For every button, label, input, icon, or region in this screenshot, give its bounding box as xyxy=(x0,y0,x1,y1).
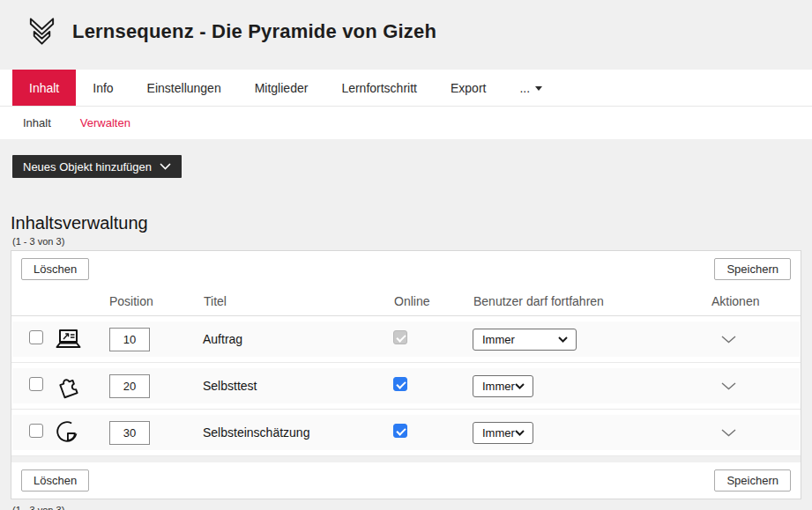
tab-mitglieder[interactable]: Mitglieder xyxy=(238,70,325,106)
content-table-panel: Löschen Speichern Position Titel Online … xyxy=(11,250,801,499)
page-header: Lernsequenz - Die Pyramide von Gizeh xyxy=(0,0,812,70)
learning-sequence-icon xyxy=(26,15,57,48)
chevron-down-icon xyxy=(160,163,171,170)
row-actions-chevron-icon[interactable] xyxy=(716,425,741,440)
column-header-position: Position xyxy=(95,294,180,308)
item-title: Selbsttest xyxy=(203,379,257,393)
online-checkbox[interactable] xyxy=(393,377,407,391)
column-header-aktionen: Aktionen xyxy=(711,294,801,308)
select-caret-icon xyxy=(515,383,525,389)
position-input[interactable] xyxy=(109,374,150,398)
column-header-proceed: Benutzer darf fortfahren xyxy=(471,294,711,308)
test-icon xyxy=(54,372,94,400)
tab-inhalt[interactable]: Inhalt xyxy=(12,70,76,106)
column-header-online: Online xyxy=(391,294,471,308)
save-button-bottom[interactable]: Speichern xyxy=(714,469,791,492)
item-title: Auftrag xyxy=(203,332,242,346)
delete-button-bottom[interactable]: Löschen xyxy=(21,469,89,492)
select-caret-icon xyxy=(558,336,568,343)
survey-icon xyxy=(54,419,94,446)
table-row: Selbsteinschätzung Immer xyxy=(11,410,801,456)
caret-down-icon xyxy=(535,86,542,91)
row-select-checkbox[interactable] xyxy=(29,330,43,344)
tab-export[interactable]: Export xyxy=(434,70,503,106)
tab-info[interactable]: Info xyxy=(76,70,130,106)
table-header-row: Position Titel Online Benutzer darf fort… xyxy=(11,287,801,316)
exercise-icon xyxy=(54,329,94,350)
position-input[interactable] xyxy=(109,328,150,351)
main-tabbar: Inhalt Info Einstellungen Mitglieder Ler… xyxy=(0,70,812,107)
row-actions-chevron-icon[interactable] xyxy=(716,332,741,347)
range-info-top: (1 - 3 von 3) xyxy=(12,236,812,247)
table-actions-top: Löschen Speichern xyxy=(11,251,801,287)
table-row: Selbsttest Immer xyxy=(11,363,801,410)
save-button-top[interactable]: Speichern xyxy=(714,258,791,280)
page-title: Lernsequenz - Die Pyramide von Gizeh xyxy=(72,20,436,43)
proceed-select[interactable]: Immer xyxy=(473,375,533,397)
tab-einstellungen[interactable]: Einstellungen xyxy=(130,70,238,106)
subtab-inhalt[interactable]: Inhalt xyxy=(23,116,51,129)
row-actions-chevron-icon[interactable] xyxy=(716,379,741,394)
table-row: Auftrag Immer xyxy=(11,316,801,363)
item-title: Selbsteinschätzung xyxy=(203,425,309,440)
table-footer-separator xyxy=(11,456,801,462)
online-checkbox xyxy=(393,330,407,344)
online-checkbox[interactable] xyxy=(393,424,407,438)
proceed-select[interactable]: Immer xyxy=(473,329,577,351)
select-caret-icon xyxy=(515,430,525,436)
toolbar: Neues Objekt hinzufügen xyxy=(0,139,812,178)
tab-lernfortschritt[interactable]: Lernfortschritt xyxy=(324,70,434,106)
tab-more[interactable]: ... xyxy=(503,70,559,106)
column-header-titel: Titel xyxy=(180,294,391,308)
range-info-bottom: (1 - 3 von 3) xyxy=(12,505,812,510)
proceed-select[interactable]: Immer xyxy=(473,422,533,444)
section-title: Inhaltsverwaltung xyxy=(11,213,812,233)
subtab-verwalten[interactable]: Verwalten xyxy=(80,116,130,129)
position-input[interactable] xyxy=(109,421,150,445)
row-select-checkbox[interactable] xyxy=(29,424,43,438)
add-object-button[interactable]: Neues Objekt hinzufügen xyxy=(12,155,182,178)
table-actions-bottom: Löschen Speichern xyxy=(11,462,801,499)
row-select-checkbox[interactable] xyxy=(29,377,43,391)
delete-button-top[interactable]: Löschen xyxy=(21,258,89,280)
subtabbar: Inhalt Verwalten xyxy=(0,107,812,139)
